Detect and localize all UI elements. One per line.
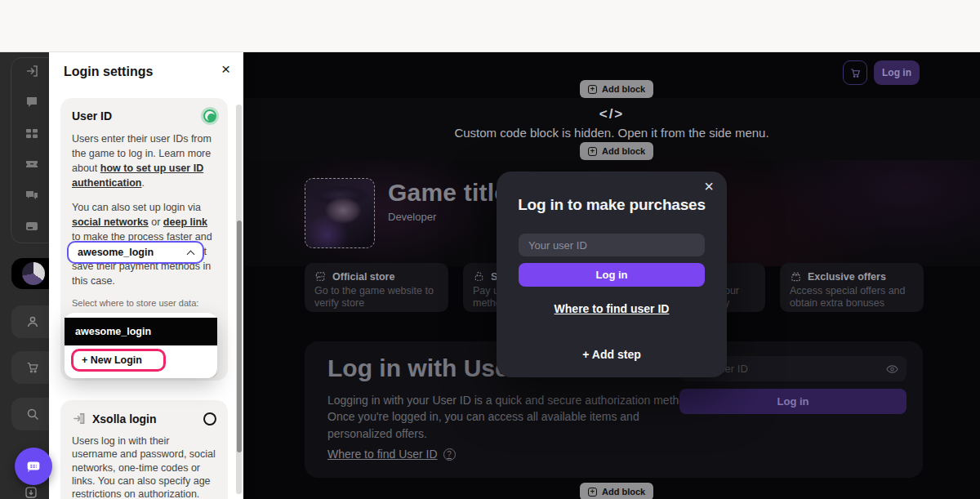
dropdown-option-new-login[interactable]: + New Login bbox=[71, 349, 166, 372]
add-block-label: Add block bbox=[602, 487, 645, 497]
feature-card-official-store: Official store Go to the game website to… bbox=[305, 263, 448, 312]
chat-bubble-icon bbox=[24, 457, 42, 475]
sidebar-block-group bbox=[11, 57, 49, 243]
question-circle-icon: ? bbox=[443, 448, 456, 461]
grid-block-icon[interactable] bbox=[24, 126, 41, 142]
link-label: Where to find User ID bbox=[327, 448, 438, 461]
user-id-radio-selected[interactable] bbox=[203, 109, 216, 123]
plus-icon: + bbox=[588, 147, 597, 156]
modal-title: Log in to make purchases bbox=[497, 196, 727, 214]
cart-icon bbox=[25, 360, 40, 375]
game-logo-avatar bbox=[22, 262, 45, 285]
search-icon bbox=[25, 407, 40, 421]
store-data-label: Select where to store user data: bbox=[72, 298, 216, 308]
add-block-button-bottom[interactable]: + Add block bbox=[580, 483, 653, 499]
add-block-button-middle[interactable]: + Add block bbox=[580, 142, 653, 160]
download-box-icon[interactable] bbox=[24, 486, 41, 499]
xsolla-card-title: Xsolla login bbox=[92, 412, 157, 425]
modal-userid-input[interactable] bbox=[519, 234, 705, 256]
panel-title: Login settings bbox=[64, 65, 153, 79]
social-networks-link[interactable]: social networks bbox=[72, 216, 149, 228]
dropdown-option-new-login-row: + New Login bbox=[65, 345, 217, 373]
add-block-button-top[interactable]: + Add block bbox=[580, 80, 653, 98]
text: . bbox=[141, 177, 144, 189]
feature-description: Access special offers and obtain extra b… bbox=[790, 285, 914, 310]
xsolla-login-icon bbox=[72, 412, 86, 425]
add-step-button[interactable]: + Add step bbox=[497, 348, 727, 361]
sidebar-item-cart[interactable] bbox=[11, 351, 49, 384]
ticket-block-icon[interactable] bbox=[24, 157, 41, 173]
xsolla-description: Users log in with their username and pas… bbox=[72, 434, 216, 499]
preview-nav-login-label: Log in bbox=[882, 67, 911, 78]
section-description: Logging in with your User ID is a quick … bbox=[327, 392, 697, 442]
support-chat-button[interactable] bbox=[15, 448, 52, 485]
game-developer: Developer bbox=[388, 211, 436, 223]
plus-icon: + bbox=[588, 488, 597, 497]
modal-close-icon[interactable]: × bbox=[704, 178, 714, 194]
xsolla-login-option-card[interactable]: Xsolla login Users log in with their use… bbox=[60, 400, 228, 499]
xsolla-radio-unselected[interactable] bbox=[203, 412, 216, 425]
panel-close-icon[interactable]: × bbox=[221, 61, 230, 77]
user-id-card-title: User ID bbox=[72, 109, 112, 123]
card-block-icon[interactable] bbox=[24, 219, 41, 235]
login-block-icon[interactable] bbox=[24, 64, 41, 80]
eye-icon[interactable] bbox=[886, 363, 898, 377]
app-window: Log in + Add block </> Custom code block… bbox=[0, 0, 980, 499]
plus-icon: + bbox=[588, 85, 597, 94]
where-to-find-userid-link[interactable]: Where to find User ID ? bbox=[327, 448, 456, 461]
custom-code-message: Custom code block is hidden. Open it fro… bbox=[243, 126, 980, 140]
select-value: awesome_login bbox=[78, 247, 154, 258]
sidebar-item-search[interactable] bbox=[11, 398, 49, 430]
feature-card-exclusive-offers: Exclusive offers Access special offers a… bbox=[780, 263, 924, 312]
code-icon: </> bbox=[243, 106, 980, 123]
feature-title: Exclusive offers bbox=[808, 271, 886, 283]
game-avatar[interactable] bbox=[305, 178, 375, 248]
gift-icon bbox=[790, 270, 802, 283]
storefront-icon bbox=[314, 270, 327, 283]
comment-block-icon[interactable] bbox=[24, 95, 41, 111]
person-icon bbox=[25, 314, 40, 329]
user-id-paragraph-1: Users enter their user IDs from the game… bbox=[72, 131, 216, 191]
add-block-label: Add block bbox=[602, 84, 645, 94]
login-settings-panel: Login settings × User ID Users enter the… bbox=[49, 52, 243, 499]
text: or bbox=[149, 216, 163, 228]
login-purchases-modal: × Log in to make purchases Log in Where … bbox=[497, 172, 727, 377]
login-storage-select[interactable]: awesome_login bbox=[67, 241, 204, 264]
chevron-up-icon bbox=[187, 250, 195, 258]
lock-icon bbox=[473, 270, 485, 283]
deep-link-link[interactable]: deep link bbox=[163, 216, 207, 228]
section-login-button[interactable]: Log in bbox=[679, 389, 906, 414]
modal-where-to-find-link[interactable]: Where to find user ID bbox=[497, 302, 727, 315]
feature-title: Official store bbox=[332, 271, 394, 283]
preview-cart-button[interactable] bbox=[843, 60, 867, 85]
add-block-label: Add block bbox=[602, 146, 645, 156]
panel-scrollbar-thumb[interactable] bbox=[237, 221, 242, 452]
login-storage-dropdown: awesome_login + New Login bbox=[65, 313, 217, 378]
text: You can also set up login via bbox=[72, 202, 201, 213]
dropdown-option-awesome-login[interactable]: awesome_login bbox=[65, 318, 217, 345]
builder-sidebar bbox=[0, 52, 49, 499]
feature-description: Go to the game website to verify store bbox=[314, 285, 439, 310]
builder-topbar bbox=[0, 0, 980, 52]
sidebar-game-logo[interactable] bbox=[11, 258, 49, 289]
chat-block-icon[interactable] bbox=[24, 188, 41, 204]
preview-nav-login-button[interactable]: Log in bbox=[874, 60, 920, 85]
cart-icon bbox=[849, 67, 862, 79]
game-title: Game title bbox=[388, 179, 508, 207]
sidebar-item-login[interactable] bbox=[11, 305, 49, 338]
modal-login-button[interactable]: Log in bbox=[519, 263, 705, 287]
